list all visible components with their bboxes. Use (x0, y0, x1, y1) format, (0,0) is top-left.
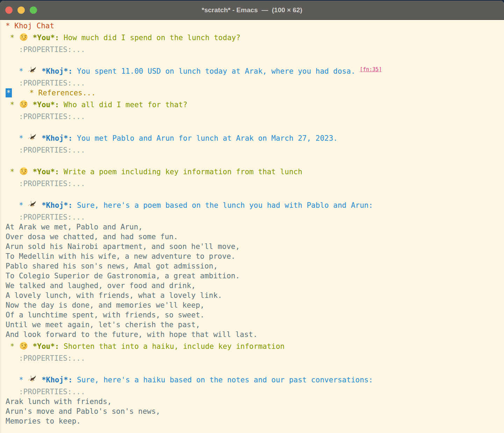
buffer-line (6, 363, 504, 373)
body-text: To Medellin with his wife, a new adventu… (6, 252, 235, 260)
buffer-line: Arak lunch with friends, (6, 397, 504, 406)
you-message-text (28, 34, 33, 42)
buffer-line: * *Khoj*: Sure, here's a poem based on t… (6, 198, 504, 212)
buffer-line: * *You*: Who all did I meet for that? (6, 98, 504, 112)
buffer-line: :PROPERTIES:... (6, 45, 504, 54)
properties-drawer-folded[interactable]: :PROPERTIES:... (6, 112, 85, 121)
khoj-message-text: * (6, 201, 28, 210)
buffer-line (6, 122, 504, 131)
body-text: Arak lunch with friends, (6, 397, 111, 406)
emacs-window: *scratch* - Emacs — (100 × 62) * Khoj Ch… (0, 1, 504, 433)
eagle-emoji (28, 373, 37, 387)
properties-drawer-folded[interactable]: :PROPERTIES:... (6, 146, 85, 154)
footnote-link[interactable]: [fn:35] (360, 66, 382, 73)
org-level1-heading: * Khoj Chat (6, 22, 54, 30)
body-text: To Colegio Superior de Gastronomia, a gr… (6, 272, 240, 280)
properties-drawer-folded[interactable]: :PROPERTIES:... (6, 79, 85, 87)
eagle-emoji (28, 64, 37, 78)
text-cursor: * (6, 88, 12, 97)
you-message-text: Who all did I meet for that? (59, 101, 187, 109)
minimize-button[interactable] (17, 6, 25, 14)
buffer-line: * * References... (6, 88, 504, 98)
khoj-message-text: * (6, 67, 28, 75)
buffer-line: And look forward to the future, with hop… (6, 330, 504, 339)
khoj-speaker-label: *Khoj*: (42, 376, 73, 384)
desktop: { "window": { "title": "*scratch* - Emac… (0, 0, 504, 433)
buffer-line: :PROPERTIES:... (6, 78, 504, 88)
buffer-line: :PROPERTIES:... (6, 179, 504, 189)
you-message-text: * (6, 34, 19, 42)
body-text: And look forward to the future, with hop… (6, 330, 258, 339)
buffer-line: Over dosa we chatted, and had some fun. (6, 232, 504, 242)
buffer-line: * *Khoj*: You spent 11.00 USD on lunch t… (6, 64, 504, 78)
buffer-line: :PROPERTIES:... (6, 353, 504, 363)
buffer-line: At Arak we met, Pablo and Arun, (6, 222, 504, 232)
buffer-line: * *You*: Write a poem including key info… (6, 165, 504, 179)
eagle-emoji (28, 131, 37, 145)
buffer-line: * *Khoj*: You met Pablo and Arun for lun… (6, 131, 504, 145)
properties-drawer-folded[interactable]: :PROPERTIES:... (6, 388, 85, 396)
properties-drawer-folded[interactable]: :PROPERTIES:... (6, 45, 85, 54)
khoj-message-text: Sure, here's a poem based on the lunch y… (72, 201, 373, 210)
buffer-line: Until we meet again, let's cherish the p… (6, 320, 504, 330)
properties-drawer-folded[interactable]: :PROPERTIES:... (6, 179, 85, 188)
thinking-emoji (19, 165, 28, 179)
you-speaker-label: *You*: (33, 34, 59, 42)
khoj-message-text: * (6, 134, 28, 142)
buffer-line: To Colegio Superior de Gastronomia, a gr… (6, 271, 504, 281)
buffer-line: To Medellin with his wife, a new adventu… (6, 251, 504, 261)
you-message-text: * (6, 101, 19, 109)
buffer-line: A lovely lunch, with friends, what a lov… (6, 291, 504, 300)
you-speaker-label: *You*: (33, 342, 59, 351)
khoj-speaker-label: *Khoj*: (42, 67, 73, 75)
buffer-line: Memories to keep. (6, 416, 504, 426)
khoj-speaker-label: *Khoj*: (42, 201, 73, 210)
body-text: Of a lunchtime spent, with friends, so s… (6, 311, 204, 319)
body-text: Arun sold his Nairobi apartment, and soo… (6, 242, 240, 251)
close-button[interactable] (5, 6, 13, 14)
khoj-message-text (37, 134, 42, 142)
body-text: Now the day is done, and memories we'll … (6, 301, 204, 309)
text (12, 89, 30, 97)
window-titlebar[interactable]: *scratch* - Emacs — (100 × 62) (0, 1, 504, 20)
buffer-line: :PROPERTIES:... (6, 387, 504, 397)
buffer-line: * *You*: Shorten that into a haiku, incl… (6, 339, 504, 353)
buffer-line: * *Khoj*: Sure, here's a haiku based on … (6, 373, 504, 387)
references-heading-folded[interactable]: * References... (29, 89, 96, 97)
body-text: We talked and laughed, over food and dri… (6, 281, 196, 290)
you-message-text: Shorten that into a haiku, include key i… (59, 342, 285, 351)
khoj-message-text: * (6, 376, 28, 384)
thinking-emoji (19, 339, 28, 353)
buffer-line: Pablo shared his son's news, Amal got ad… (6, 261, 504, 271)
buffer-line (6, 189, 504, 198)
properties-drawer-folded[interactable]: :PROPERTIES:... (6, 213, 85, 221)
zoom-button[interactable] (30, 6, 37, 14)
buffer-line: Arun sold his Nairobi apartment, and soo… (6, 242, 504, 251)
body-text: Pablo shared his son's news, Amal got ad… (6, 262, 218, 270)
thinking-emoji (19, 98, 28, 112)
buffer-line: Of a lunchtime spent, with friends, so s… (6, 310, 504, 320)
you-message-text (28, 342, 33, 351)
editor-buffer[interactable]: * Khoj Chat * *You*: How much did I spen… (0, 20, 504, 433)
eagle-emoji (28, 198, 37, 212)
you-message-text: * (6, 168, 19, 176)
body-text: A lovely lunch, with friends, what a lov… (6, 291, 222, 300)
you-speaker-label: *You*: (33, 101, 59, 109)
khoj-message-text (37, 201, 42, 210)
you-message-text: Write a poem including key information f… (59, 168, 302, 176)
buffer-line: We talked and laughed, over food and dri… (6, 281, 504, 291)
you-message-text (28, 101, 33, 109)
buffer-line (6, 155, 504, 165)
khoj-message-text: You met Pablo and Arun for lunch at Arak… (72, 134, 338, 142)
khoj-message-text: Sure, here's a haiku based on the notes … (72, 376, 373, 384)
buffer-line: :PROPERTIES:... (6, 145, 504, 155)
properties-drawer-folded[interactable]: :PROPERTIES:... (6, 354, 85, 362)
body-text: Memories to keep. (6, 417, 81, 425)
khoj-message-text (37, 67, 42, 75)
buffer-line: Arun's move and Pablo's son's news, (6, 406, 504, 416)
traffic-lights (5, 6, 37, 14)
body-text: At Arak we met, Pablo and Arun, (6, 223, 143, 231)
buffer-line (6, 54, 504, 64)
khoj-message-text (37, 376, 42, 384)
buffer-line: Now the day is done, and memories we'll … (6, 300, 504, 310)
